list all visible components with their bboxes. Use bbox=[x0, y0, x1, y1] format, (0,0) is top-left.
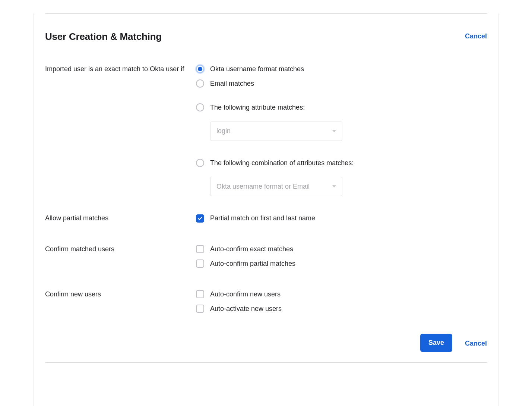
cancel-bottom-button[interactable]: Cancel bbox=[465, 338, 487, 347]
section-divider-bottom bbox=[45, 362, 487, 363]
exact-match-label: Imported user is an exact match to Okta … bbox=[45, 63, 196, 75]
attribute-select-value: login bbox=[216, 127, 231, 135]
checkbox-partial-match-name[interactable] bbox=[196, 214, 204, 223]
radio-email-matches-label: Email matches bbox=[210, 78, 254, 89]
checkbox-auto-activate-new[interactable] bbox=[196, 305, 204, 313]
combination-select-value: Okta username format or Email bbox=[216, 183, 310, 191]
radio-attribute-matches[interactable] bbox=[196, 103, 204, 111]
checkbox-auto-confirm-exact[interactable] bbox=[196, 245, 204, 253]
checkbox-auto-confirm-partial[interactable] bbox=[196, 259, 204, 268]
radio-combination-matches-label: The following combination of attributes … bbox=[210, 157, 354, 169]
radio-okta-username-format-label: Okta username format matches bbox=[210, 63, 304, 75]
combination-select[interactable]: Okta username format or Email bbox=[210, 177, 342, 196]
cancel-top-button[interactable]: Cancel bbox=[465, 31, 487, 40]
radio-email-matches[interactable] bbox=[196, 79, 204, 88]
radio-attribute-matches-label: The following attribute matches: bbox=[210, 102, 305, 113]
section-title: User Creation & Matching bbox=[45, 31, 162, 43]
checkbox-auto-activate-new-label: Auto-activate new users bbox=[210, 303, 282, 315]
checkbox-auto-confirm-new-label: Auto-confirm new users bbox=[210, 289, 281, 300]
checkbox-partial-match-name-label: Partial match on first and last name bbox=[210, 213, 315, 224]
attribute-select[interactable]: login bbox=[210, 122, 342, 141]
checkbox-auto-confirm-new[interactable] bbox=[196, 290, 204, 298]
radio-combination-matches[interactable] bbox=[196, 159, 204, 167]
radio-okta-username-format[interactable] bbox=[196, 65, 204, 73]
user-creation-matching-section: User Creation & Matching Cancel Imported… bbox=[45, 14, 487, 374]
confirm-matched-label: Confirm matched users bbox=[45, 243, 196, 255]
chevron-down-icon bbox=[332, 130, 336, 132]
save-button[interactable]: Save bbox=[420, 334, 452, 352]
chevron-down-icon bbox=[332, 185, 336, 188]
checkbox-auto-confirm-partial-label: Auto-confirm partial matches bbox=[210, 258, 295, 270]
checkbox-auto-confirm-exact-label: Auto-confirm exact matches bbox=[210, 243, 293, 255]
confirm-new-label: Confirm new users bbox=[45, 289, 196, 300]
partial-matches-label: Allow partial matches bbox=[45, 213, 196, 224]
